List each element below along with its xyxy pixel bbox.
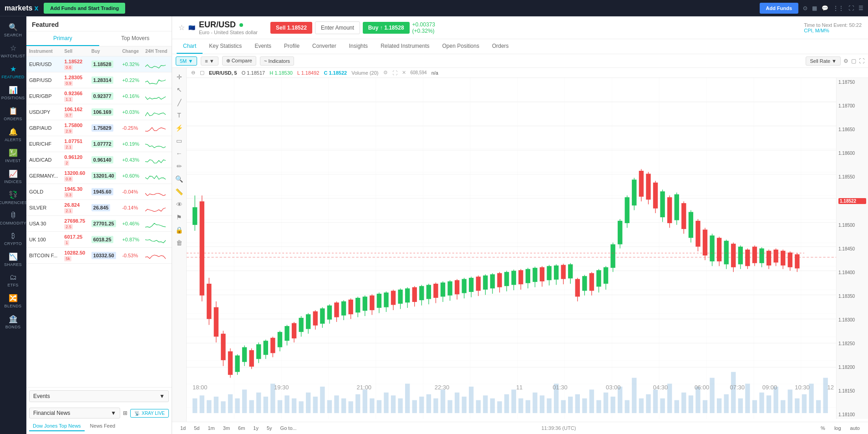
tab-profile[interactable]: Profile — [278, 39, 306, 54]
tab-primary[interactable]: Primary — [26, 31, 99, 46]
flag-tool[interactable]: ⚑ — [174, 212, 185, 223]
chart-time: 11:39:36 (UTC) — [541, 425, 576, 431]
log-btn[interactable]: log — [831, 424, 845, 432]
chart-expand-icon[interactable]: ⛶ — [859, 58, 864, 64]
tf-6m[interactable]: 6m — [234, 424, 249, 432]
table-row[interactable]: EUR/USD 1.18522 0.6 1.18528 +0.32% — [26, 56, 172, 72]
indicators-button[interactable]: ~ Indicators — [260, 56, 294, 66]
sidebar-item-shares[interactable]: 📉 Shares — [0, 250, 26, 270]
tab-events[interactable]: Events — [248, 39, 278, 54]
tf-5d[interactable]: 5d — [190, 424, 203, 432]
sidebar-item-orders[interactable]: 📋 Orders — [0, 104, 26, 124]
volume-settings-icon[interactable]: ⚙ — [383, 70, 388, 76]
auto-btn[interactable]: auto — [847, 424, 863, 432]
sidebar-item-positions[interactable]: 📊 Positions — [0, 83, 26, 103]
table-row[interactable]: GOLD 1945.30 0.3 1945.60 -0.04% — [26, 184, 172, 200]
sidebar-item-etfs[interactable]: 🗂 ETFs — [0, 271, 26, 290]
tab-chart[interactable]: Chart — [177, 39, 203, 54]
crosshair-tool[interactable]: ✛ — [174, 71, 185, 82]
sidebar-item-alerts[interactable]: 🔔 Alerts — [0, 125, 26, 145]
table-row[interactable]: GBP/USD 1.28305 0.9 1.28314 +0.22% — [26, 72, 172, 88]
sidebar-item-indices[interactable]: 📈 Indices — [0, 167, 26, 187]
sidebar-item-currencies[interactable]: 💱 Currencies — [0, 188, 26, 208]
sidebar-item-crypto[interactable]: ₿ Crypto — [0, 229, 26, 249]
volume-close-icon[interactable]: ✕ — [402, 70, 406, 76]
svg-text:19:30: 19:30 — [274, 384, 289, 391]
sell-button[interactable]: Sell 1.18522 — [270, 22, 312, 34]
chat-icon[interactable]: 💬 — [822, 5, 828, 11]
back-tool[interactable]: ← — [174, 148, 185, 159]
news-dropdown[interactable]: Financial News ▼ — [29, 408, 120, 419]
table-row[interactable]: BITCOIN F... 10282.50 5k 10332.50 -0.53% — [26, 248, 172, 264]
cpi-link[interactable]: CPI, M/M% — [804, 28, 862, 33]
rectangle-tool[interactable]: ▭ — [174, 135, 185, 146]
add-funds-button[interactable]: Add Funds — [760, 3, 798, 14]
sidebar-item-blends[interactable]: 🔀 Blends — [0, 291, 26, 311]
delete-tool[interactable]: 🗑 — [174, 237, 185, 248]
tab-converter[interactable]: Converter — [306, 39, 343, 54]
tab-key-statistics[interactable]: Key Statistics — [203, 39, 248, 54]
buy-button[interactable]: Buy ↑ 1.18528 — [363, 22, 410, 34]
svg-rect-125 — [264, 341, 268, 355]
tab-open-positions[interactable]: Open Positions — [436, 39, 486, 54]
candle-type-button[interactable]: ≡ ▼ — [201, 56, 218, 66]
sidebar-item-search[interactable]: 🔍 Search — [0, 20, 26, 40]
tab-dow-jones[interactable]: Dow Jones Top News — [29, 421, 85, 431]
sidebar-item-watchlist[interactable]: ☆ Watchlist — [0, 41, 26, 61]
table-row[interactable]: SILVER 26.824 2.1 26.845 -0.14% — [26, 200, 172, 216]
table-row[interactable]: USA 30 27698.75 2.5 27701.25 +0.46% — [26, 216, 172, 232]
watchlist-star-icon[interactable]: ☆ — [178, 23, 185, 32]
tf-1y[interactable]: 1y — [249, 424, 262, 432]
table-row[interactable]: EUR/GBP 0.92366 1.1 0.92377 +0.16% — [26, 88, 172, 104]
compare-button[interactable]: ⊕ Compare — [222, 56, 256, 66]
sell-rate-button[interactable]: Sell Rate ▼ — [806, 56, 841, 66]
lock-tool[interactable]: 🔒 — [174, 225, 185, 235]
tab-related-instruments[interactable]: Related Instruments — [374, 39, 436, 54]
xray-button[interactable]: 📡 XRAY LIVE — [130, 409, 169, 418]
table-row[interactable]: USD/JPY 106.162 0.7 106.169 +0.03% — [26, 104, 172, 120]
layout-icon[interactable]: ▦ — [812, 5, 817, 11]
news-grid-icon[interactable]: ⊞ — [123, 410, 127, 416]
sidebar-item-commodity[interactable]: 🛢 Commodity — [0, 209, 26, 228]
sidebar-item-bonds[interactable]: 🏦 Bonds — [0, 312, 26, 332]
chart-settings-icon[interactable]: ⚙ — [843, 58, 848, 64]
tab-news-feed[interactable]: News Feed — [86, 421, 119, 431]
tab-orders[interactable]: Orders — [486, 39, 515, 54]
zoom-tool[interactable]: 🔍 — [174, 174, 185, 184]
eye-tool[interactable]: 👁 — [174, 199, 185, 210]
arrow-tool[interactable]: ↖ — [174, 84, 185, 95]
line-tool[interactable]: ╱ — [174, 97, 185, 108]
table-row[interactable]: UK 100 6017.25 1 6018.25 +0.87% — [26, 232, 172, 248]
measure-tool[interactable]: 📏 — [174, 186, 185, 197]
sidebar-item-invest[interactable]: 💹 Invest — [0, 146, 26, 166]
sidebar-item-featured[interactable]: ★ Featured — [0, 62, 26, 82]
candlestick-area: 18:00 19:30 21:00 22:30 11 01:30 03:00 0… — [187, 78, 836, 419]
chart-layout-icon[interactable]: ▢ — [851, 58, 856, 64]
tf-goto[interactable]: Go to... — [277, 424, 300, 432]
add-funds-start-button[interactable]: Add Funds and Start Trading — [44, 3, 125, 14]
events-dropdown[interactable]: Events ▼ — [29, 390, 169, 402]
tf-1m[interactable]: 1m — [204, 424, 218, 432]
svg-rect-56 — [490, 398, 495, 413]
svg-rect-133 — [292, 323, 296, 339]
pencil-tool[interactable]: ✏ — [174, 161, 185, 172]
percent-btn[interactable]: % — [817, 424, 829, 432]
enter-amount-button[interactable]: Enter Amount — [315, 21, 360, 34]
text-tool[interactable]: T — [174, 110, 185, 121]
table-row[interactable]: GERMANY... 13200.60 0.8 13201.40 +0.60% — [26, 168, 172, 184]
table-row[interactable]: AUD/CAD 0.96120 2 0.96140 +0.43% — [26, 152, 172, 168]
notifications-icon[interactable]: ⊙ — [803, 5, 807, 11]
menu-icon[interactable]: ☰ — [858, 5, 863, 11]
table-row[interactable]: EUR/CHF 1.07751 2.1 1.07772 +0.19% — [26, 136, 172, 152]
fibonacci-tool[interactable]: ⚡ — [174, 123, 185, 133]
volume-expand-icon[interactable]: ⛶ — [392, 70, 397, 76]
grid-icon[interactable]: ⋮⋮ — [833, 5, 844, 11]
tab-top-movers[interactable]: Top Movers — [99, 31, 172, 46]
tf-1d[interactable]: 1d — [177, 424, 189, 432]
tab-insights[interactable]: Insights — [343, 39, 374, 54]
tf-3m[interactable]: 3m — [219, 424, 233, 432]
table-row[interactable]: GBP/AUD 1.75800 2.9 1.75829 -0.25% — [26, 120, 172, 136]
expand-icon[interactable]: ⛶ — [848, 5, 854, 11]
tf-5y[interactable]: 5y — [263, 424, 276, 432]
timeframe-5m-button[interactable]: 5M ▼ — [176, 56, 197, 66]
